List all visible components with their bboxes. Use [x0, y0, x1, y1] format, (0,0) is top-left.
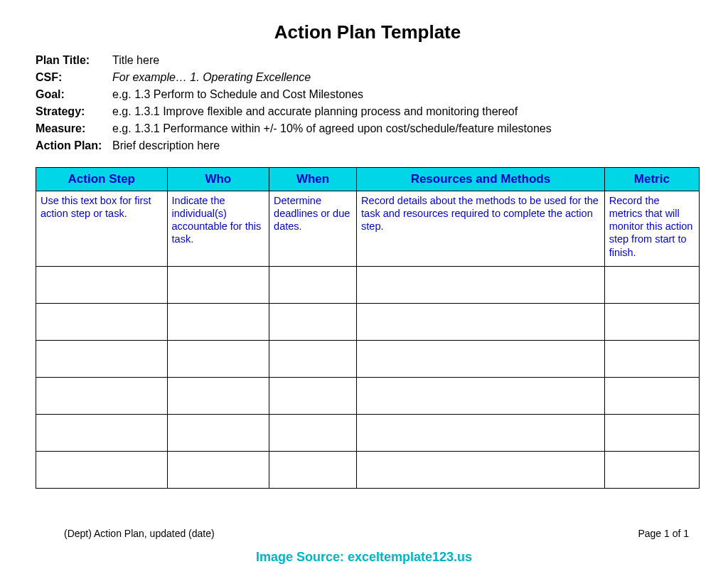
cell-when[interactable] — [269, 340, 357, 377]
meta-row: Action Plan: Brief description here — [36, 137, 700, 154]
footer-left: (Dept) Action Plan, updated (date) — [64, 528, 215, 539]
meta-row: Strategy: e.g. 1.3.1 Improve flexible an… — [36, 103, 700, 120]
cell-metric[interactable] — [604, 266, 699, 303]
meta-row: CSF: For example… 1. Operating Excellenc… — [36, 69, 700, 86]
cell-resources[interactable] — [357, 451, 605, 488]
document-title: Action Plan Template — [36, 21, 700, 43]
cell-when[interactable] — [269, 451, 357, 488]
cell-when[interactable]: Determine deadlines or due dates. — [269, 191, 357, 267]
header-when: When — [269, 168, 357, 191]
cell-action-step[interactable] — [36, 303, 168, 340]
cell-who[interactable] — [167, 377, 269, 414]
meta-label: Action Plan: — [36, 137, 112, 154]
cell-resources[interactable] — [357, 266, 605, 303]
cell-action-step[interactable] — [36, 451, 168, 488]
meta-row: Plan Title: Title here — [36, 52, 700, 69]
meta-label: Measure: — [36, 120, 112, 137]
meta-row: Measure: e.g. 1.3.1 Performance within +… — [36, 120, 700, 137]
table-row — [36, 266, 700, 303]
header-who: Who — [167, 168, 269, 191]
cell-when[interactable] — [269, 377, 357, 414]
table-row — [36, 340, 700, 377]
cell-metric[interactable] — [604, 377, 699, 414]
table-row — [36, 451, 700, 488]
meta-value: e.g. 1.3.1 Performance within +/- 10% of… — [112, 120, 700, 137]
cell-resources[interactable] — [357, 340, 605, 377]
meta-label: Strategy: — [36, 103, 112, 120]
meta-label: CSF: — [36, 69, 112, 86]
cell-who[interactable]: Indicate the individual(s) accountable f… — [167, 191, 269, 267]
cell-when[interactable] — [269, 414, 357, 451]
header-resources: Resources and Methods — [357, 168, 605, 191]
cell-resources[interactable] — [357, 377, 605, 414]
meta-label: Goal: — [36, 86, 112, 103]
meta-label: Plan Title: — [36, 52, 112, 69]
meta-block: Plan Title: Title here CSF: For example…… — [36, 52, 700, 154]
cell-metric[interactable] — [604, 414, 699, 451]
header-action-step: Action Step — [36, 168, 168, 191]
meta-row: Goal: e.g. 1.3 Perform to Schedule and C… — [36, 86, 700, 103]
cell-metric[interactable]: Record the metrics that will monitor thi… — [604, 191, 699, 267]
cell-action-step[interactable] — [36, 377, 168, 414]
meta-value: Title here — [112, 52, 700, 69]
cell-action-step[interactable] — [36, 266, 168, 303]
page-footer: (Dept) Action Plan, updated (date) Page … — [64, 528, 689, 539]
footer-right: Page 1 of 1 — [638, 528, 689, 539]
cell-resources[interactable]: Record details about the methods to be u… — [357, 191, 605, 267]
cell-metric[interactable] — [604, 451, 699, 488]
meta-value: e.g. 1.3 Perform to Schedule and Cost Mi… — [112, 86, 700, 103]
cell-action-step[interactable] — [36, 340, 168, 377]
cell-when[interactable] — [269, 303, 357, 340]
table-row — [36, 303, 700, 340]
cell-metric[interactable] — [604, 340, 699, 377]
header-metric: Metric — [604, 168, 699, 191]
cell-resources[interactable] — [357, 303, 605, 340]
table-row — [36, 414, 700, 451]
meta-value: e.g. 1.3.1 Improve flexible and accurate… — [112, 103, 700, 120]
image-source-caption: Image Source: exceltemplate123.us — [0, 550, 728, 565]
cell-when[interactable] — [269, 266, 357, 303]
table-row — [36, 377, 700, 414]
cell-who[interactable] — [167, 414, 269, 451]
cell-action-step[interactable]: Use this text box for first action step … — [36, 191, 168, 267]
cell-who[interactable] — [167, 303, 269, 340]
table-header-row: Action Step Who When Resources and Metho… — [36, 168, 700, 191]
meta-value: Brief description here — [112, 137, 700, 154]
cell-resources[interactable] — [357, 414, 605, 451]
cell-metric[interactable] — [604, 303, 699, 340]
cell-who[interactable] — [167, 451, 269, 488]
cell-who[interactable] — [167, 340, 269, 377]
action-plan-table: Action Step Who When Resources and Metho… — [36, 167, 700, 489]
table-row: Use this text box for first action step … — [36, 191, 700, 267]
cell-who[interactable] — [167, 266, 269, 303]
cell-action-step[interactable] — [36, 414, 168, 451]
meta-value: For example… 1. Operating Excellence — [112, 69, 700, 86]
